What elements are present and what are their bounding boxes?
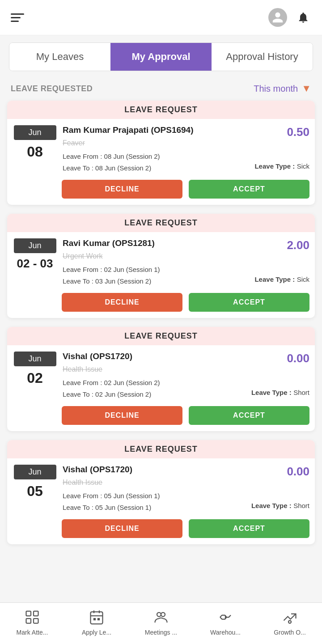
nav-meetings[interactable]: Meetings ... [129,608,193,636]
leave-reason-4: Health Issue [63,479,309,487]
leave-type-value-2: Sick [297,275,309,283]
employee-name-2: Ravi Kumar (OPS1281) [63,238,155,248]
card-header-3: LEAVE REQUEST [7,327,315,345]
employee-name-3: Vishal (OPS1720) [63,352,132,361]
card-body-1: Jun 08 Ram Kumar Prajapati (OPS1694) 0.5… [7,119,315,174]
month-label-3: Jun [14,352,56,366]
leave-type-label-3: Leave Type : [251,389,292,396]
card-actions-4: DECLINE ACCEPT [56,513,315,544]
accept-button-3[interactable]: ACCEPT [189,406,309,425]
leave-type-label-2: Leave Type : [254,275,295,283]
leave-from-2: Leave From : 02 Jun (Session 1) [63,264,309,275]
leave-cards-container: LEAVE REQUEST Jun 08 Ram Kumar Prajapati… [0,101,322,553]
leave-type-label-4: Leave Type : [251,502,292,509]
leave-type-value-1: Sick [297,162,309,170]
day-number-1: 08 [27,144,43,160]
tab-approval-history[interactable]: Approval History [212,43,313,71]
leave-type-value-3: Short [293,389,309,396]
employee-name-4: Vishal (OPS1720) [63,465,132,475]
decline-button-2[interactable]: DECLINE [62,293,182,312]
card-info-4: Vishal (OPS1720) 0.00 Health Issue Leave… [63,465,309,513]
leave-to-2: Leave To : 03 Jun (Session 2) [63,275,151,287]
section-label: LEAVE REQUESTED [11,84,93,93]
leave-reason-1: Feaver [63,139,309,147]
accept-button-1[interactable]: ACCEPT [189,180,309,199]
days-count-2: 2.00 [283,238,309,252]
leave-card-3: LEAVE REQUEST Jun 02 Vishal (OPS1720) 0.… [7,327,315,431]
leave-type-row-2: Leave To : 03 Jun (Session 2) Leave Type… [63,275,309,287]
date-badge-1: Jun 08 [13,125,57,174]
header-right-icons [268,8,311,27]
nav-label-apply-leave: Apply Le... [82,629,111,636]
tab-my-leaves[interactable]: My Leaves [9,43,110,71]
svg-rect-3 [34,619,38,623]
decline-button-4[interactable]: DECLINE [62,519,182,538]
nav-apply-leave[interactable]: Apply Le... [64,608,129,636]
filter-bar: LEAVE REQUESTED This month ▼ [0,78,322,101]
handshake-icon [216,608,234,626]
nav-mark-attendance[interactable]: Mark Atte... [0,608,64,636]
leave-from-3: Leave From : 02 Jun (Session 2) [63,377,309,389]
month-label-2: Jun [14,238,56,253]
card-info-2: Ravi Kumar (OPS1281) 2.00 Urgent Work Le… [63,238,309,287]
day-number-3: 02 [27,370,43,386]
nav-warehouse[interactable]: Warehou... [193,608,258,636]
leave-to-4: Leave To : 05 Jun (Session 1) [63,502,151,513]
month-label-4: Jun [14,465,56,479]
accept-button-4[interactable]: ACCEPT [189,519,309,538]
decline-button-3[interactable]: DECLINE [62,406,182,425]
nav-label-mark-attendance: Mark Atte... [17,629,48,636]
svg-point-11 [161,613,165,617]
svg-rect-1 [34,611,38,616]
card-body-3: Jun 02 Vishal (OPS1720) 0.00 Health Issu… [7,345,315,400]
leave-type-row-1: Leave To : 08 Jun (Session 2) Leave Type… [63,162,309,174]
month-filter-dropdown[interactable]: This month ▼ [254,83,311,94]
day-number-4: 05 [27,483,43,500]
card-body-4: Jun 05 Vishal (OPS1720) 0.00 Health Issu… [7,458,315,513]
leave-card-1: LEAVE REQUEST Jun 08 Ram Kumar Prajapati… [7,101,315,205]
card-actions-3: DECLINE ACCEPT [56,400,315,431]
card-header-2: LEAVE REQUEST [7,214,315,232]
avatar-icon[interactable] [268,8,287,27]
leave-to-3: Leave To : 02 Jun (Session 2) [63,389,151,400]
accept-button-2[interactable]: ACCEPT [189,293,309,312]
chevron-down-icon: ▼ [301,83,311,94]
app-header [0,0,322,35]
card-header-1: LEAVE REQUEST [7,101,315,119]
svg-rect-0 [26,611,31,616]
hamburger-menu-icon[interactable] [11,13,24,22]
month-label-1: Jun [14,125,56,140]
notification-bell-icon[interactable] [295,9,311,25]
svg-rect-2 [26,619,31,623]
card-info-3: Vishal (OPS1720) 0.00 Health Issue Leave… [63,352,309,400]
date-badge-4: Jun 05 [13,465,57,513]
card-header-4: LEAVE REQUEST [7,440,315,458]
employee-name-1: Ram Kumar Prajapati (OPS1694) [63,125,194,135]
leave-type-row-4: Leave To : 05 Jun (Session 1) Leave Type… [63,502,309,513]
card-actions-1: DECLINE ACCEPT [56,174,315,205]
main-content: LEAVE REQUESTED This month ▼ LEAVE REQUE… [0,78,322,607]
tab-my-approval[interactable]: My Approval [110,43,212,71]
svg-point-10 [157,613,161,617]
calendar-icon [88,608,106,626]
tabs-bar: My Leaves My Approval Approval History [9,42,313,71]
svg-point-13 [288,621,291,623]
day-number-2: 02 - 03 [17,257,53,271]
leave-from-1: Leave From : 08 Jun (Session 2) [63,151,309,162]
nav-label-meetings: Meetings ... [145,629,177,636]
days-count-4: 0.00 [283,465,309,479]
meetings-icon [152,608,170,626]
nav-label-growth: Growth O... [274,629,306,636]
days-count-3: 0.00 [283,352,309,365]
svg-rect-4 [91,612,103,624]
month-filter-text: This month [254,84,298,94]
bottom-nav: Mark Atte... Apply Le... Meetings [0,602,322,644]
card-info-1: Ram Kumar Prajapati (OPS1694) 0.50 Feave… [63,125,309,174]
svg-rect-8 [94,619,95,620]
decline-button-1[interactable]: DECLINE [62,180,182,199]
card-actions-2: DECLINE ACCEPT [56,287,315,318]
days-count-1: 0.50 [283,125,309,139]
nav-growth[interactable]: Growth O... [258,608,322,636]
card-body-2: Jun 02 - 03 Ravi Kumar (OPS1281) 2.00 Ur… [7,232,315,287]
nav-label-warehouse: Warehou... [210,629,241,636]
